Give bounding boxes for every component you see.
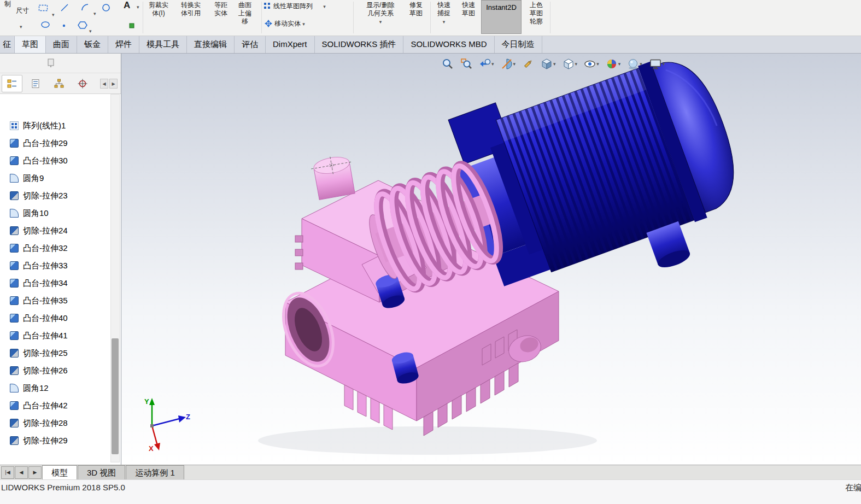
quick-snaps-button[interactable]: 快速 捕捉 ▾ [431,1,456,26]
tab-sketch[interactable]: 草图 [15,36,46,53]
tree-scrollbar-thumb[interactable] [112,338,119,454]
tree-item[interactable]: 圆角10 [0,204,109,222]
square-tool-icon[interactable] [129,23,134,28]
hide-show-items-button[interactable]: ▾ [583,57,600,71]
tab-evaluate[interactable]: 评估 [235,36,266,53]
text-tool-icon[interactable]: A [124,0,130,11]
arc-tool-icon[interactable] [81,3,90,12]
dropdown-arrow-icon[interactable]: ▾ [640,61,642,67]
ellipse-tool-icon[interactable] [40,21,50,28]
tree-item[interactable]: 凸台-拉伸42 [0,397,109,414]
rectangle-tool-icon[interactable] [38,4,48,12]
dropdown-arrow-icon[interactable]: ▾ [302,21,305,27]
section-view-button[interactable]: ▾ [500,57,517,71]
dropdown-arrow-icon[interactable]: ▾ [663,61,665,67]
dropdown-arrow-icon[interactable]: ▾ [596,61,599,67]
instant2d-button[interactable]: Instant2D [481,0,522,34]
trim-entities-button[interactable]: 剪裁实 体(I) [144,1,173,17]
dimxpertmanager-tab[interactable] [72,75,93,92]
polygon-tool-icon[interactable] [78,21,87,30]
model-3d[interactable] [121,54,861,468]
point-tool-icon[interactable] [61,23,67,28]
tree-item[interactable]: 凸台-拉伸32 [0,239,109,257]
tree-item[interactable]: 切除-拉伸26 [0,362,109,379]
display-delete-relations-button[interactable]: 显示/删除 几何关系 ▾ [355,1,406,26]
tab-sheet-metal[interactable]: 钣金 [77,36,108,53]
tree-item[interactable]: 切除-拉伸23 [0,187,109,204]
dropdown-arrow-icon[interactable]: ▾ [20,24,22,30]
top-port-cylinder[interactable] [309,153,358,200]
smart-dimension-button-cropped[interactable]: 尺寸 [12,7,33,15]
zoom-to-area-button[interactable] [459,57,473,71]
tab-dimxpert[interactable]: DimXpert [266,36,315,53]
featuremanager-tree-tab[interactable] [2,75,22,92]
dropdown-arrow-icon[interactable]: ▾ [575,61,578,67]
dropdown-arrow-icon[interactable]: ▾ [52,12,55,17]
dropdown-arrow-icon[interactable]: ▾ [618,61,621,67]
tab-surfaces[interactable]: 曲面 [46,36,77,53]
tab-model[interactable]: 模型 [42,465,77,479]
previous-view-button[interactable]: ▾ [478,57,495,71]
display-style-button[interactable]: ▾ [561,57,579,71]
dropdown-arrow-icon[interactable]: ▾ [513,61,516,67]
tab-weldments[interactable]: 焊件 [108,36,139,53]
offset-entities-button[interactable]: 等距 实体 [209,1,232,17]
first-tab-icon[interactable]: |◀ [1,466,14,479]
view-settings-button[interactable]: ▾ [648,57,666,71]
tree-item[interactable]: 凸台-拉伸29 [0,134,109,152]
edit-appearance-button[interactable]: ▾ [605,57,622,71]
repair-sketch-button[interactable]: 修复 草图 [403,1,429,17]
dropdown-arrow-icon[interactable]: ▾ [137,4,139,10]
graphics-viewport[interactable]: ▾ ▾ [121,54,861,468]
tab-3d-views[interactable]: 3D 视图 [78,465,125,479]
shaded-sketch-contours-button[interactable]: 上色 草图 轮廓 [524,1,549,26]
rapid-sketch-button[interactable]: 快速 草图 [457,1,480,17]
dropdown-arrow-icon[interactable]: ▾ [93,11,96,16]
view-orientation-button[interactable]: ▾ [540,57,557,71]
tree-item[interactable]: 阵列(线性)1 [0,117,109,134]
tree-item[interactable]: 凸台-拉伸40 [0,309,109,327]
cut-extrude-icon [10,191,19,200]
tree-item[interactable]: 凸台-拉伸30 [0,152,109,169]
tree-item[interactable]: 切除-拉伸29 [0,432,109,449]
tree-item[interactable]: 凸台-拉伸41 [0,327,109,344]
tab-motion-study[interactable]: 运动算例 1 [126,465,184,479]
configurationmanager-tab[interactable] [49,75,69,92]
propertymanager-tab[interactable] [25,75,46,92]
tab-today-manufacturing[interactable]: 今日制造 [495,36,542,53]
tree-item[interactable]: 圆角9 [0,169,109,187]
linear-sketch-pattern-button[interactable]: 线性草图阵列 ▾ [273,2,343,10]
dropdown-arrow-icon[interactable]: ▾ [553,61,556,67]
pin-icon[interactable] [47,58,55,67]
zoom-to-fit-button[interactable] [441,57,455,71]
tab-solidworks-mbd[interactable]: SOLIDWORKS MBD [403,36,494,53]
tab-mold-tools[interactable]: 模具工具 [139,36,187,53]
dropdown-arrow-icon[interactable]: ▾ [491,61,494,67]
tree-item[interactable]: 切除-拉伸28 [0,414,109,432]
dropdown-arrow-icon[interactable]: ▾ [89,28,92,34]
surface-offset-button[interactable]: 曲面 上偏 移 [234,1,256,26]
tree-item[interactable]: 圆角12 [0,379,109,397]
tree-scrollbar[interactable] [110,94,120,462]
dropdown-arrow-icon[interactable]: ▾ [323,4,326,9]
tree-item[interactable]: 切除-拉伸25 [0,344,109,362]
scroll-right-icon[interactable]: ▶ [109,79,118,89]
tab-solidworks-addins[interactable]: SOLIDWORKS 插件 [315,36,404,53]
scroll-left-icon[interactable]: ◀ [100,79,108,89]
dropdown-arrow-icon[interactable]: ▾ [379,19,382,25]
tree-item[interactable]: 凸台-拉伸35 [0,292,109,309]
tree-item[interactable]: 切除-拉伸24 [0,222,109,239]
tree-item[interactable]: 凸台-拉伸33 [0,257,109,274]
dropdown-arrow-icon[interactable]: ▾ [443,19,446,25]
next-tab-icon[interactable]: ▶ [28,466,42,479]
line-tool-icon[interactable] [60,3,69,12]
circle-tool-icon[interactable] [102,3,110,12]
move-entities-button[interactable]: 移动实体 ▾ [274,20,324,28]
apply-scene-button[interactable]: ▾ [626,57,643,71]
tab-features[interactable]: 征 [0,36,15,53]
tab-direct-editing[interactable]: 直接编辑 [187,36,235,53]
convert-entities-button[interactable]: 转换实 体引用 [175,1,207,17]
annotation-view-button[interactable] [521,57,535,71]
tree-item[interactable]: 凸台-拉伸34 [0,274,109,292]
previous-tab-icon[interactable]: ◀ [15,466,28,479]
